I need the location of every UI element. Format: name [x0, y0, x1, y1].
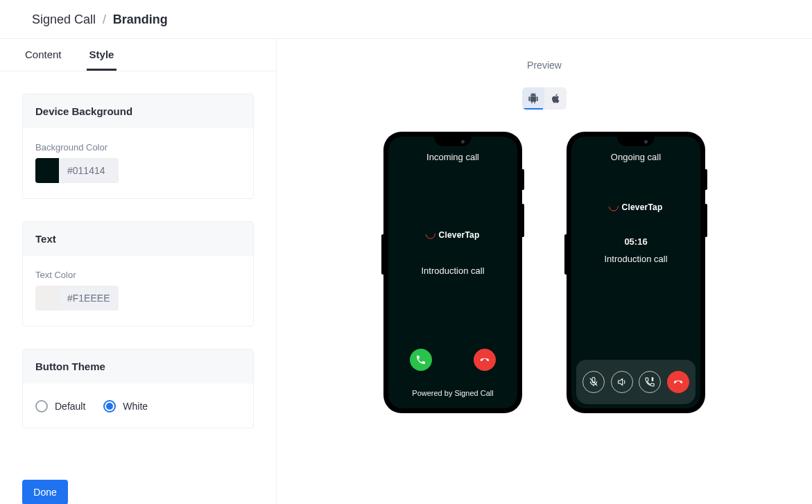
powered-by-label: Powered by Signed Call [412, 378, 493, 408]
breadcrumb-parent[interactable]: Signed Call [32, 12, 96, 26]
brand-name: CleverTap [439, 230, 480, 240]
brand-logo: CleverTap [426, 229, 480, 241]
android-toggle[interactable] [522, 87, 544, 110]
preview-label: Preview [527, 60, 562, 71]
incoming-status: Incoming call [426, 152, 479, 162]
phone-incoming: Incoming call CleverTap Introduction cal… [383, 132, 522, 413]
mic-off-icon [588, 376, 599, 388]
radio-label: Default [55, 401, 85, 412]
tab-content[interactable]: Content [22, 39, 64, 71]
card-device-background: Device Background Background Color [22, 94, 254, 199]
done-button[interactable]: Done [22, 480, 68, 504]
breadcrumb: Signed Call / Branding [0, 0, 812, 39]
radio-label: White [123, 401, 148, 412]
speaker-button[interactable] [611, 371, 633, 393]
apple-icon [550, 93, 561, 104]
background-color-swatch[interactable] [35, 158, 59, 183]
field-label: Text Color [35, 270, 241, 280]
mute-button[interactable] [582, 371, 605, 393]
text-color-input[interactable] [59, 286, 119, 311]
tab-style[interactable]: Style [87, 39, 117, 71]
call-controls-tray [576, 360, 696, 404]
brand-name: CleverTap [622, 202, 663, 212]
speaker-icon [616, 376, 628, 388]
decline-button[interactable] [474, 349, 496, 371]
notch [434, 137, 472, 146]
card-text: Text Text Color [22, 221, 254, 327]
clevertap-arc-icon [424, 227, 438, 241]
answer-button[interactable] [410, 349, 432, 371]
text-color-swatch[interactable] [35, 286, 59, 311]
ongoing-screen: Ongoing call CleverTap 05:16 Introductio… [571, 137, 700, 408]
phone-bluetooth-icon [644, 376, 655, 388]
ongoing-context: Introduction call [604, 254, 667, 264]
ios-toggle[interactable] [544, 87, 567, 110]
end-call-button[interactable] [667, 371, 689, 393]
breadcrumb-separator: / [103, 12, 106, 26]
brand-logo: CleverTap [610, 201, 663, 213]
card-header: Device Background [23, 94, 253, 128]
notch [617, 137, 655, 146]
incoming-context: Introduction call [421, 266, 484, 276]
bluetooth-button[interactable] [639, 371, 661, 393]
breadcrumb-leaf: Branding [113, 12, 168, 26]
ongoing-status: Ongoing call [611, 152, 661, 162]
background-color-input[interactable] [59, 158, 119, 183]
radio-indicator [35, 400, 48, 412]
phone-hangup-icon [478, 354, 491, 366]
field-label: Background Color [35, 142, 241, 153]
os-switch [522, 87, 567, 110]
incoming-screen: Incoming call CleverTap Introduction cal… [388, 137, 517, 408]
android-icon [528, 93, 539, 104]
phone-hangup-icon [672, 376, 684, 388]
radio-indicator [103, 400, 116, 412]
card-header: Button Theme [23, 349, 253, 383]
radio-white[interactable]: White [103, 400, 148, 412]
phone-icon [415, 354, 426, 365]
card-header: Text [23, 222, 253, 256]
radio-default[interactable]: Default [35, 400, 85, 412]
tabs: Content Style [0, 39, 276, 71]
clevertap-arc-icon [607, 200, 621, 214]
phone-ongoing: Ongoing call CleverTap 05:16 Introductio… [567, 132, 705, 413]
call-timer: 05:16 [624, 236, 647, 247]
card-button-theme: Button Theme Default White [22, 349, 254, 428]
